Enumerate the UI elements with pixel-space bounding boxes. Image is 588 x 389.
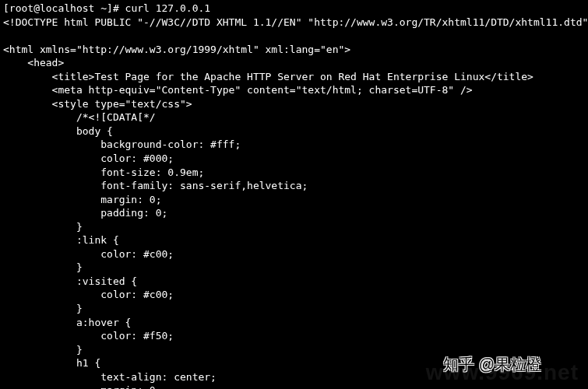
- prompt-open-bracket: [: [3, 2, 9, 14]
- prompt-line: [root@localhost ~]# curl 127.0.0.1: [3, 2, 210, 14]
- prompt-symbol: #: [113, 2, 119, 14]
- prompt-command: curl 127.0.0.1: [125, 2, 211, 14]
- terminal-output[interactable]: [root@localhost ~]# curl 127.0.0.1 <!DOC…: [0, 0, 588, 389]
- prompt-user: root: [9, 2, 33, 14]
- prompt-host: localhost: [40, 2, 94, 14]
- command-output: <!DOCTYPE html PUBLIC "-//W3C//DTD XHTML…: [3, 16, 588, 389]
- prompt-cwd: ~: [100, 2, 107, 14]
- prompt-close-bracket: ]: [107, 2, 113, 14]
- prompt-at: @: [33, 2, 40, 14]
